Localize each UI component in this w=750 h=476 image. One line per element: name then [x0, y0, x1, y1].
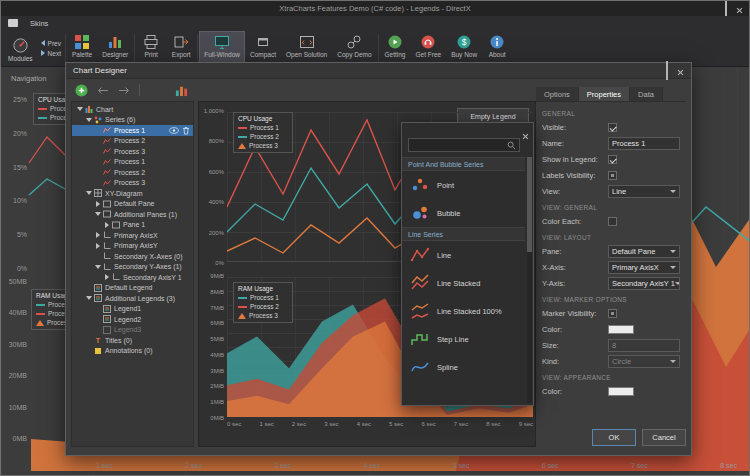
add-item-button[interactable] — [75, 84, 88, 97]
chart-palette-button[interactable] — [175, 84, 188, 97]
tree-node-titles[interactable]: Titles (0) — [72, 335, 193, 346]
property-row-name: Name: — [542, 135, 680, 151]
designer-button[interactable]: Designer — [97, 31, 133, 65]
axis-icon — [112, 273, 120, 281]
kind-select[interactable]: Circle — [608, 355, 680, 368]
expand-arrow-icon[interactable] — [84, 296, 93, 300]
gallery-item-line-stacked[interactable]: Line Stacked — [402, 269, 525, 297]
tree-node-xy-diagram[interactable]: XY-Diagram — [72, 188, 193, 199]
dialog-close-button[interactable] — [677, 62, 684, 80]
app-menu-button[interactable] — [8, 19, 18, 27]
tree-node-series-group[interactable]: Series (6) — [72, 115, 193, 126]
tree-node-process-2b[interactable]: Process 2 — [72, 167, 193, 178]
tree-node-secondary-y-axes[interactable]: Secondary Y-Axes (1) — [72, 262, 193, 273]
expand-arrow-icon[interactable] — [84, 118, 93, 122]
tree-node-default-pane[interactable]: Default Pane — [72, 199, 193, 210]
gallery-item-line[interactable]: Line — [402, 241, 525, 269]
labels-visibility-checkbox[interactable] — [608, 171, 617, 180]
collapse-arrow-icon[interactable] — [93, 201, 102, 207]
tree-node-legend3[interactable]: Legend3 — [72, 325, 193, 336]
copy-demo-button[interactable]: Copy Demo — [332, 31, 376, 65]
x-axis-select[interactable]: Primary AxisX — [608, 261, 680, 274]
property-row-color-each: Color Each: — [542, 213, 680, 229]
tab-options[interactable]: Options — [536, 87, 579, 101]
view-select[interactable]: Line — [608, 185, 680, 198]
gallery-scrollbar[interactable] — [527, 157, 532, 403]
tab-properties[interactable]: Properties — [579, 87, 630, 101]
compact-button[interactable]: Compact — [245, 31, 281, 65]
export-button[interactable]: Export — [166, 31, 196, 65]
tree-node-additional-legends[interactable]: Additional Legends (3) — [72, 293, 193, 304]
collapse-arrow-icon[interactable] — [93, 243, 102, 249]
collapse-arrow-icon[interactable] — [93, 232, 102, 238]
series-line-icon — [103, 137, 111, 145]
tree-node-chart[interactable]: Chart — [72, 104, 193, 115]
getting-started-button[interactable]: Getting — [380, 31, 411, 65]
expand-arrow-icon[interactable] — [84, 191, 93, 195]
size-input[interactable] — [608, 339, 680, 352]
about-button[interactable]: About — [482, 31, 512, 65]
print-button[interactable]: Print — [136, 31, 166, 65]
modules-button[interactable]: Modules — [3, 34, 38, 63]
gallery-item-point[interactable]: Point — [402, 171, 525, 199]
gallery-search-input[interactable] — [412, 142, 507, 149]
tree-node-process-3[interactable]: Process 3 — [72, 146, 193, 157]
collapse-arrow-icon[interactable] — [102, 222, 111, 228]
scrollbar-thumb[interactable] — [527, 157, 532, 252]
prev-button[interactable]: Prev — [41, 40, 61, 47]
tree-node-process-2[interactable]: Process 2 — [72, 136, 193, 147]
palette-button[interactable]: Palette — [67, 31, 97, 65]
tree-node-default-legend[interactable]: Default Legend — [72, 283, 193, 294]
tree-node-secondary-x-axes[interactable]: Secondary X-Axes (0) — [72, 251, 193, 262]
tree-node-primary-axisx[interactable]: Primary AxisX — [72, 230, 193, 241]
expand-arrow-icon[interactable] — [75, 107, 84, 111]
marker-color-swatch[interactable] — [608, 325, 634, 334]
undo-button[interactable] — [97, 86, 109, 95]
gallery-item-spline[interactable]: Spline — [402, 353, 525, 381]
visible-checkbox[interactable] — [608, 123, 617, 132]
tree-node-legend1[interactable]: Legend1 — [72, 304, 193, 315]
close-button[interactable] — [736, 0, 743, 18]
tree-node-legend2[interactable]: Legend2 — [72, 314, 193, 325]
tree-node-process-3b[interactable]: Process 3 — [72, 178, 193, 189]
show-in-legend-checkbox[interactable] — [608, 155, 617, 164]
gallery-item-step-line[interactable]: Step Line — [402, 325, 525, 353]
get-free-support-button[interactable]: Get Free — [411, 31, 447, 65]
tree-node-additional-panes[interactable]: Additional Panes (1) — [72, 209, 193, 220]
tree-node-pane-1[interactable]: Pane 1 — [72, 220, 193, 231]
name-input[interactable] — [608, 137, 680, 150]
tree-node-annotations[interactable]: Annotations (0) — [72, 346, 193, 357]
gallery-item-bubble[interactable]: Bubble — [402, 199, 525, 227]
maximize-button[interactable] — [725, 0, 727, 18]
tree-node-process-1b[interactable]: Process 1 — [72, 157, 193, 168]
tab-skins[interactable]: Skins — [18, 19, 60, 28]
preview-cpu-legend[interactable]: CPU Usage Process 1 Process 2 Process 3 — [233, 112, 293, 153]
tree-node-process-1[interactable]: Process 1 — [72, 125, 193, 136]
marker-visibility-checkbox[interactable] — [608, 309, 617, 318]
dialog-maximize-button[interactable] — [666, 62, 668, 80]
app-window: XtraCharts Features Demo (C# code) - Leg… — [0, 0, 750, 476]
tab-data[interactable]: Data — [630, 87, 663, 101]
appearance-color-swatch[interactable] — [608, 387, 634, 396]
tree-node-primary-axisy[interactable]: Primary AxisY — [72, 241, 193, 252]
ok-button[interactable]: OK — [592, 429, 636, 446]
redo-button[interactable] — [118, 86, 130, 95]
cancel-button[interactable]: Cancel — [642, 429, 686, 446]
visibility-eye-icon[interactable] — [169, 127, 179, 134]
expand-arrow-icon[interactable] — [93, 265, 102, 269]
open-solution-button[interactable]: Open Solution — [281, 31, 332, 65]
gallery-close-button[interactable] — [522, 126, 529, 144]
pane-select[interactable]: Default Pane — [608, 245, 680, 258]
next-button[interactable]: Next — [41, 50, 61, 57]
buy-now-button[interactable]: $ Buy Now — [446, 31, 482, 65]
y-axis-select[interactable]: Secondary AxisY 1 — [608, 277, 680, 290]
color-each-checkbox[interactable] — [608, 217, 617, 226]
expand-arrow-icon[interactable] — [93, 212, 102, 216]
full-window-button[interactable]: Full-Window — [199, 31, 245, 65]
delete-trash-icon[interactable] — [182, 126, 190, 135]
collapse-arrow-icon[interactable] — [102, 274, 111, 280]
tree-node-secondary-axisy-1[interactable]: Secondary AxisY 1 — [72, 272, 193, 283]
panes-icon — [103, 210, 111, 218]
preview-ram-legend[interactable]: RAM Usage Process 1 Process 2 Process 3 — [233, 282, 293, 323]
gallery-item-line-stacked-100[interactable]: Line Stacked 100% — [402, 297, 525, 325]
